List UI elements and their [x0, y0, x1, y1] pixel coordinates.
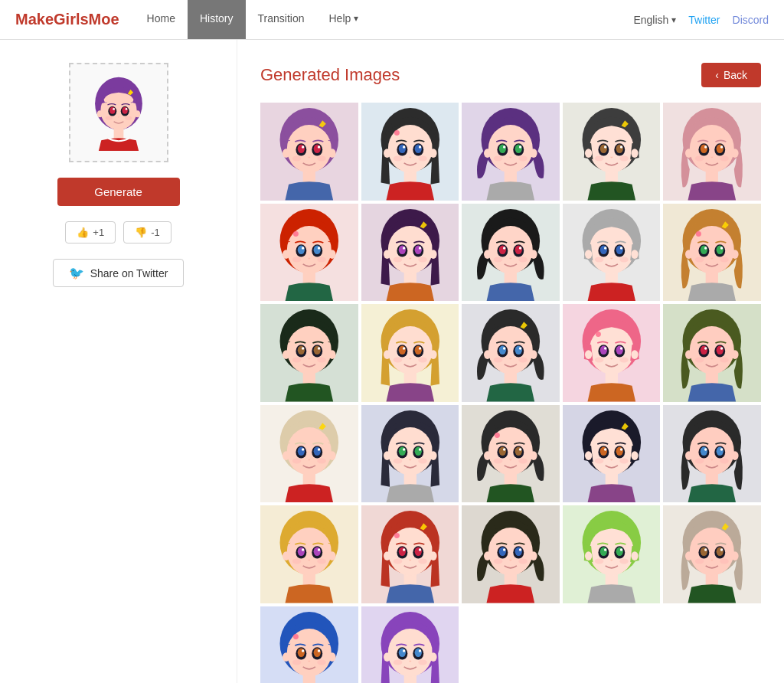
svg-point-222 — [317, 458, 326, 463]
discord-link[interactable]: Discord — [733, 14, 769, 26]
svg-point-286 — [318, 549, 320, 551]
svg-point-181 — [494, 358, 503, 363]
svg-point-209 — [720, 358, 730, 363]
svg-point-230 — [398, 446, 405, 456]
brand-logo[interactable]: MakeGirlsMoe — [15, 11, 119, 28]
twitter-link[interactable]: Twitter — [688, 14, 720, 26]
svg-point-11 — [96, 110, 102, 117]
image-cell[interactable] — [563, 304, 661, 402]
image-cell[interactable] — [260, 204, 358, 302]
svg-point-59 — [616, 145, 622, 154]
svg-point-188 — [596, 332, 601, 337]
page-title: Generated Images — [260, 65, 400, 85]
svg-point-369 — [384, 652, 390, 662]
svg-point-153 — [302, 347, 304, 349]
image-cell[interactable] — [361, 103, 459, 201]
svg-point-233 — [418, 448, 420, 450]
svg-point-235 — [418, 458, 427, 463]
svg-point-271 — [717, 446, 724, 456]
svg-point-29 — [394, 130, 400, 136]
nav-item-help[interactable]: Help ▾ — [316, 0, 371, 39]
svg-point-49 — [494, 156, 503, 162]
svg-point-104 — [384, 250, 390, 259]
image-cell[interactable] — [663, 405, 761, 503]
svg-point-297 — [398, 547, 405, 557]
image-cell[interactable] — [361, 304, 459, 402]
svg-point-352 — [302, 649, 304, 652]
svg-point-182 — [518, 358, 528, 363]
image-cell[interactable] — [361, 405, 459, 503]
image-cell[interactable] — [260, 606, 358, 683]
image-cell[interactable] — [260, 304, 358, 402]
svg-point-365 — [403, 649, 405, 652]
svg-point-303 — [384, 552, 390, 561]
image-cell[interactable] — [260, 405, 358, 503]
svg-point-65 — [631, 149, 638, 158]
svg-point-304 — [430, 552, 436, 561]
image-cell[interactable] — [361, 204, 459, 302]
svg-point-155 — [292, 358, 302, 363]
svg-point-368 — [418, 660, 427, 665]
back-button[interactable]: ‹ Back — [701, 63, 761, 87]
nav-item-history[interactable]: History — [188, 0, 246, 39]
svg-point-111 — [499, 245, 506, 254]
svg-point-170 — [384, 351, 390, 360]
svg-point-141 — [720, 247, 723, 249]
svg-point-140 — [704, 247, 707, 249]
downvote-button[interactable]: 👎 -1 — [123, 221, 172, 243]
svg-point-98 — [398, 245, 405, 254]
image-cell[interactable] — [663, 204, 761, 302]
svg-point-245 — [515, 446, 522, 456]
image-cell[interactable] — [663, 505, 761, 603]
svg-point-302 — [418, 559, 427, 564]
svg-point-347 — [293, 634, 299, 639]
svg-point-232 — [403, 448, 405, 450]
language-selector[interactable]: English ▾ — [633, 14, 676, 26]
share-twitter-button[interactable]: 🐦 Share on Twitter — [53, 259, 185, 287]
main-layout: Generate 👍 +1 👎 -1 🐦 Share on Twitter Ge… — [0, 40, 784, 683]
svg-point-367 — [393, 660, 402, 665]
image-cell[interactable] — [361, 505, 459, 603]
svg-point-154 — [318, 347, 320, 349]
svg-point-63 — [619, 156, 629, 162]
content-area: Generated Images ‹ Back — [237, 40, 784, 683]
svg-point-127 — [620, 247, 622, 249]
image-cell[interactable] — [462, 103, 560, 201]
svg-point-135 — [696, 231, 701, 237]
svg-point-317 — [531, 552, 537, 561]
generate-button[interactable]: Generate — [57, 178, 180, 206]
svg-point-22 — [292, 156, 302, 162]
thumbs-down-icon: 👎 — [135, 227, 147, 238]
image-cell[interactable] — [663, 304, 761, 402]
svg-point-45 — [499, 145, 506, 154]
image-cell[interactable] — [663, 103, 761, 201]
upvote-button[interactable]: 👍 +1 — [65, 221, 116, 243]
image-cell[interactable] — [563, 103, 661, 201]
image-cell[interactable] — [462, 204, 560, 302]
svg-point-339 — [720, 549, 723, 551]
svg-point-48 — [519, 145, 521, 148]
svg-point-336 — [701, 547, 707, 557]
image-cell[interactable] — [260, 103, 358, 201]
svg-point-340 — [695, 559, 704, 564]
svg-point-277 — [732, 451, 739, 460]
svg-point-167 — [418, 347, 420, 349]
svg-point-85 — [298, 245, 305, 254]
nav-item-transition[interactable]: Transition — [246, 0, 317, 39]
image-cell[interactable] — [462, 505, 560, 603]
image-cell[interactable] — [260, 505, 358, 603]
svg-point-236 — [384, 451, 390, 460]
svg-point-47 — [503, 145, 505, 148]
svg-point-144 — [685, 250, 692, 259]
nav-item-home[interactable]: Home — [135, 0, 188, 39]
image-cell[interactable] — [462, 405, 560, 503]
image-cell[interactable] — [563, 405, 661, 503]
svg-point-131 — [631, 250, 638, 259]
svg-point-259 — [604, 448, 606, 450]
image-cell[interactable] — [462, 304, 560, 402]
image-grid — [260, 103, 761, 683]
svg-point-310 — [499, 547, 506, 557]
image-cell[interactable] — [361, 606, 459, 683]
image-cell[interactable] — [563, 204, 661, 302]
image-cell[interactable] — [563, 505, 661, 603]
